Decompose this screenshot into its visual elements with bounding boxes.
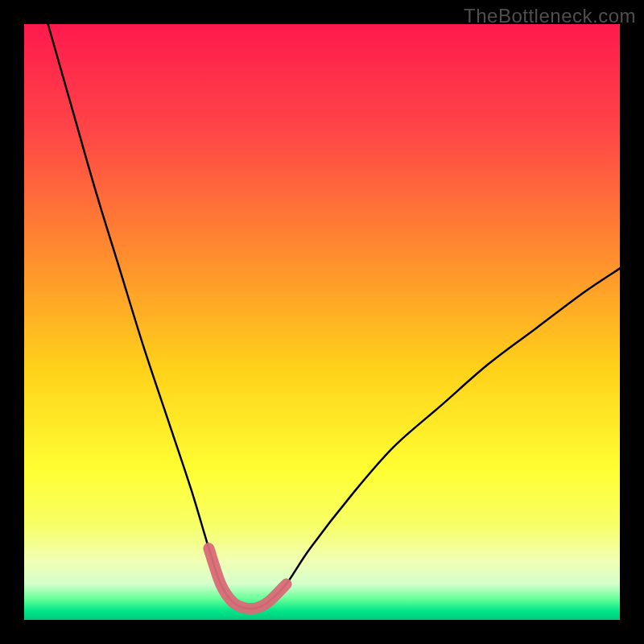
plot-area xyxy=(24,24,620,620)
curve-layer xyxy=(24,24,620,620)
chart-frame: TheBottleneck.com xyxy=(0,0,644,644)
bottleneck-curve xyxy=(48,24,620,609)
watermark-text: TheBottleneck.com xyxy=(464,5,636,27)
highlight-segment xyxy=(208,548,286,609)
